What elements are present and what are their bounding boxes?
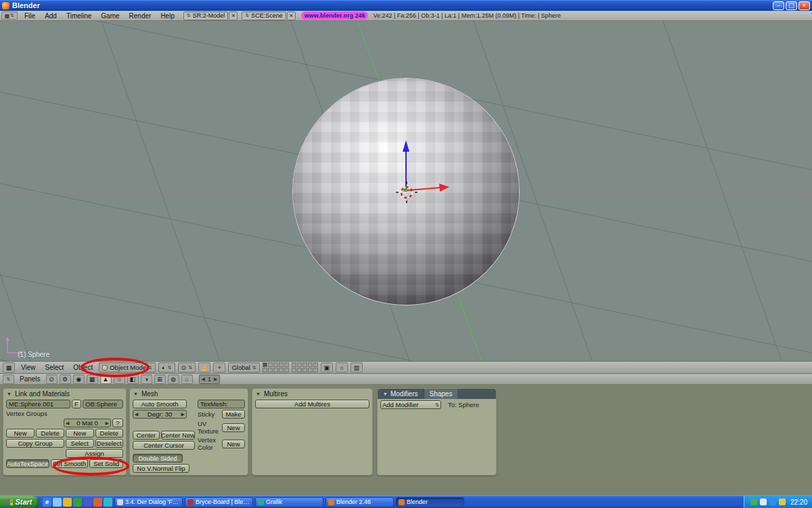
- blender-org-link[interactable]: www.blender.org 246: [301, 12, 369, 20]
- subcontext-button-4[interactable]: ◍: [168, 375, 179, 384]
- left-arrow-icon[interactable]: ◀: [66, 421, 69, 426]
- quick-launch-icon[interactable]: [53, 498, 62, 507]
- taskbar-task-button[interactable]: Bryce-Board | Blende...: [185, 497, 253, 507]
- layer-toggle[interactable]: [263, 368, 267, 373]
- collapse-triangle-icon[interactable]: ▼: [133, 391, 138, 396]
- layer-toggle[interactable]: [308, 368, 313, 373]
- context-logic-button[interactable]: ⊙: [46, 375, 58, 384]
- set-solid-button[interactable]: Set Solid: [89, 459, 123, 468]
- taskbar-task-button[interactable]: 3.4. Der Dialog 'Farb...: [114, 497, 183, 507]
- tray-icon[interactable]: [760, 499, 767, 505]
- layer-toggle[interactable]: [273, 362, 278, 367]
- menu-view[interactable]: View: [18, 364, 39, 371]
- double-sided-toggle[interactable]: Double Sided: [133, 454, 183, 463]
- right-arrow-icon[interactable]: ▶: [106, 421, 109, 426]
- layer-toggle[interactable]: [263, 362, 267, 367]
- layer-toggle[interactable]: [292, 362, 296, 367]
- layer-toggle[interactable]: [297, 362, 302, 367]
- tab-modifiers[interactable]: ▼ Modifiers: [378, 389, 424, 399]
- menu-select[interactable]: Select: [42, 364, 68, 371]
- menu-help[interactable]: Help: [156, 12, 179, 20]
- render-preview-button[interactable]: ☼: [336, 362, 348, 373]
- left-arrow-icon[interactable]: ◀: [135, 412, 138, 417]
- material-new-button[interactable]: New: [66, 429, 94, 438]
- lock-layers-toggle[interactable]: ▣: [321, 362, 333, 373]
- vgroup-delete-button[interactable]: Delete: [36, 429, 64, 438]
- layer-toggle[interactable]: [313, 368, 318, 373]
- panel-header[interactable]: ▼ Link and Materials: [3, 389, 126, 398]
- add-multires-button[interactable]: Add Multires: [255, 400, 369, 408]
- layer-toggle[interactable]: [268, 368, 273, 373]
- pivot-dropdown[interactable]: ⊙ ⇅: [178, 362, 196, 373]
- layer-toggle[interactable]: [292, 368, 296, 373]
- layer-toggle[interactable]: [279, 368, 284, 373]
- sticky-make-button[interactable]: Make: [222, 410, 245, 419]
- left-arrow-icon[interactable]: ◀: [202, 377, 205, 382]
- context-editing-button[interactable]: ▲: [100, 375, 112, 384]
- manipulator-hand-toggle[interactable]: ☝: [198, 362, 210, 373]
- draw-type-dropdown[interactable]: ◐ ⇅: [158, 362, 175, 373]
- mesh-name-field[interactable]: ME:Sphere.001: [6, 400, 70, 408]
- layer-toggle[interactable]: [279, 362, 284, 367]
- select-button[interactable]: Select: [66, 439, 94, 448]
- taskbar-clock[interactable]: 22:20: [790, 499, 807, 506]
- editor-type-button[interactable]: ▦ ⇅: [1, 12, 18, 20]
- assign-button[interactable]: Assign: [66, 449, 123, 458]
- quick-launch-icon[interactable]: [63, 498, 72, 507]
- layer-toggle[interactable]: [284, 362, 289, 367]
- buttons-editor-type-button[interactable]: ⇅: [3, 375, 14, 384]
- material-counter[interactable]: ◀ 0 Mat 0 ▶: [64, 419, 111, 427]
- layer-buttons-group-2[interactable]: [292, 362, 318, 373]
- scene-selector[interactable]: ⇅ SCE:Scene: [242, 12, 286, 20]
- viewport-editor-type-button[interactable]: ▦: [3, 362, 15, 373]
- subcontext-button-2[interactable]: ◑: [141, 375, 152, 384]
- center-cursor-button[interactable]: Center Cursor: [133, 441, 195, 450]
- center-button[interactable]: Center: [133, 431, 160, 440]
- buttons-window[interactable]: ▼ Link and Materials ME:Sphere.001 F OB:…: [0, 384, 812, 495]
- add-modifier-dropdown[interactable]: Add Modifier ⇅: [380, 400, 441, 409]
- taskbar-task-button[interactable]: Grafik: [255, 497, 323, 507]
- autotexspace-toggle[interactable]: AutoTexSpace: [6, 459, 49, 468]
- 3d-viewport[interactable]: (1) Sphere: [0, 21, 812, 361]
- quick-launch-icon[interactable]: [73, 498, 82, 507]
- layer-toggle[interactable]: [302, 362, 307, 367]
- layer-toggle[interactable]: [284, 368, 289, 373]
- menu-render[interactable]: Render: [125, 12, 156, 20]
- tray-icon[interactable]: [769, 499, 776, 505]
- copy-group-button[interactable]: Copy Group: [6, 439, 64, 448]
- menu-object[interactable]: Object: [70, 364, 96, 371]
- uv-texture-new-button[interactable]: New: [222, 423, 245, 432]
- taskbar-task-button[interactable]: Blender: [396, 497, 464, 507]
- subcontext-button-3[interactable]: ⊞: [154, 375, 166, 384]
- context-object-button[interactable]: ▦: [87, 375, 98, 384]
- auto-smooth-toggle[interactable]: Auto Smooth: [133, 400, 187, 408]
- panel-header[interactable]: ▼ Mesh: [130, 389, 248, 398]
- layer-toggle[interactable]: [268, 362, 273, 367]
- right-arrow-icon[interactable]: ▶: [181, 412, 185, 417]
- vertex-color-new-button[interactable]: New: [222, 440, 245, 448]
- subcontext-button-1[interactable]: ◧: [127, 375, 139, 384]
- transform-manipulator[interactable]: [365, 129, 460, 204]
- object-name-field[interactable]: OB:Sphere: [83, 400, 123, 408]
- minimize-button[interactable]: –: [773, 1, 784, 10]
- tray-icon[interactable]: [779, 499, 786, 505]
- vgroup-new-button[interactable]: New: [6, 429, 35, 438]
- title-bar[interactable]: Blender – ▢ ×: [0, 0, 812, 11]
- degr-stepper[interactable]: ◀ Degr: 30 ▶: [133, 410, 187, 419]
- screen-selector-close-icon[interactable]: ×: [229, 12, 238, 20]
- scene-selector-close-icon[interactable]: ×: [287, 12, 296, 20]
- layer-toggle[interactable]: [313, 362, 318, 367]
- quick-launch-icon[interactable]: [83, 498, 92, 507]
- menu-file[interactable]: File: [20, 12, 40, 20]
- no-vnormal-flip-toggle[interactable]: No V.Normal Flip: [133, 464, 189, 473]
- context-scene-button[interactable]: ☼: [114, 375, 125, 384]
- fake-user-button[interactable]: F: [72, 400, 81, 408]
- shaded-preview-button[interactable]: ▥: [351, 362, 363, 373]
- panel-header[interactable]: ▼ Multires: [252, 389, 372, 398]
- layer-toggle[interactable]: [297, 368, 302, 373]
- screen-selector[interactable]: ⇅ SR:2-Model: [183, 12, 228, 20]
- maximize-button[interactable]: ▢: [786, 1, 797, 10]
- collapse-triangle-icon[interactable]: ▼: [256, 391, 261, 396]
- deselect-button[interactable]: Deselect: [95, 439, 124, 448]
- tab-shapes[interactable]: Shapes: [424, 389, 458, 399]
